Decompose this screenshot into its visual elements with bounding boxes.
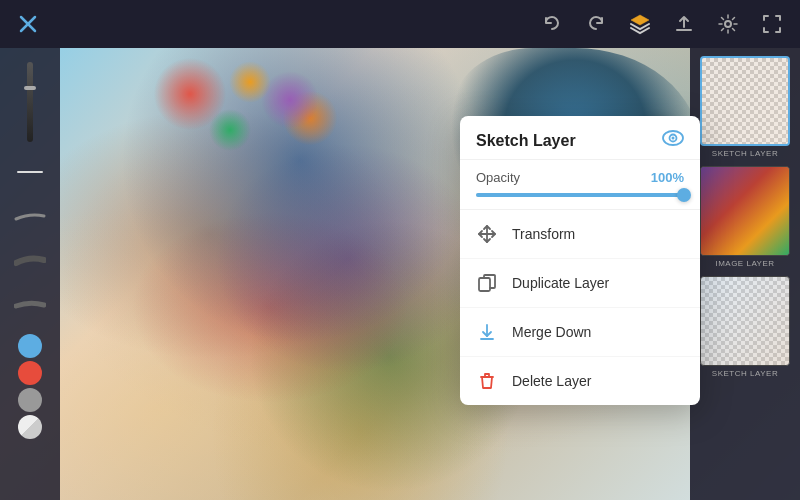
menu-item-delete[interactable]: Delete Layer: [460, 357, 700, 405]
color-red[interactable]: [18, 361, 42, 385]
tool-flat-brush[interactable]: [10, 286, 50, 322]
context-menu: Sketch Layer Opacity 100%: [460, 116, 700, 405]
opacity-slider[interactable]: [476, 193, 684, 197]
svg-rect-6: [479, 278, 490, 291]
merge-icon: [476, 321, 498, 343]
layers-button[interactable]: [628, 12, 652, 36]
close-button[interactable]: [16, 12, 40, 36]
merge-label: Merge Down: [512, 324, 591, 340]
opacity-label: Opacity: [476, 170, 520, 185]
transform-label: Transform: [512, 226, 575, 242]
duplicate-icon: [476, 272, 498, 294]
color-gray[interactable]: [18, 388, 42, 412]
layer-thumb-image[interactable]: [700, 166, 790, 256]
menu-header: Sketch Layer: [460, 116, 700, 160]
settings-button[interactable]: [716, 12, 740, 36]
undo-button[interactable]: [540, 12, 564, 36]
delete-label: Delete Layer: [512, 373, 591, 389]
menu-item-merge[interactable]: Merge Down: [460, 308, 700, 357]
toolbar-left: [16, 12, 40, 36]
visibility-toggle[interactable]: [662, 130, 684, 151]
svg-point-5: [672, 137, 675, 140]
menu-item-duplicate[interactable]: Duplicate Layer: [460, 259, 700, 308]
layer-item-sketch-2[interactable]: SKETCH LAYER: [700, 276, 790, 378]
color-swatches: [18, 334, 42, 439]
layer-item-sketch-1[interactable]: SKETCH LAYER: [700, 56, 790, 158]
toolbar-right: [540, 12, 784, 36]
layer-thumb-sketch-2[interactable]: [700, 276, 790, 366]
opacity-value: 100%: [651, 170, 684, 185]
left-panel: [0, 48, 60, 500]
layer-thumb-sketch-1[interactable]: [700, 56, 790, 146]
transform-icon: [476, 223, 498, 245]
top-toolbar: [0, 0, 800, 48]
tool-medium-brush[interactable]: [10, 198, 50, 234]
duplicate-label: Duplicate Layer: [512, 275, 609, 291]
canvas-area: SKETCH LAYER IMAGE LAYER SKETCH LAYER + …: [0, 48, 800, 500]
size-slider[interactable]: [27, 62, 33, 142]
svg-point-2: [725, 21, 731, 27]
opacity-section: Opacity 100%: [460, 160, 700, 210]
delete-icon: [476, 370, 498, 392]
layer-label-sketch-1: SKETCH LAYER: [712, 149, 778, 158]
color-blue[interactable]: [18, 334, 42, 358]
fullscreen-button[interactable]: [760, 12, 784, 36]
menu-title: Sketch Layer: [476, 132, 576, 150]
upload-button[interactable]: [672, 12, 696, 36]
menu-item-transform[interactable]: Transform: [460, 210, 700, 259]
layer-item-image[interactable]: IMAGE LAYER: [700, 166, 790, 268]
redo-button[interactable]: [584, 12, 608, 36]
color-checker[interactable]: [18, 415, 42, 439]
tool-thick-brush[interactable]: [10, 242, 50, 278]
tool-thin-line[interactable]: [10, 154, 50, 190]
layer-label-image: IMAGE LAYER: [715, 259, 774, 268]
layer-label-sketch-2: SKETCH LAYER: [712, 369, 778, 378]
right-panel: SKETCH LAYER IMAGE LAYER SKETCH LAYER: [690, 48, 800, 500]
